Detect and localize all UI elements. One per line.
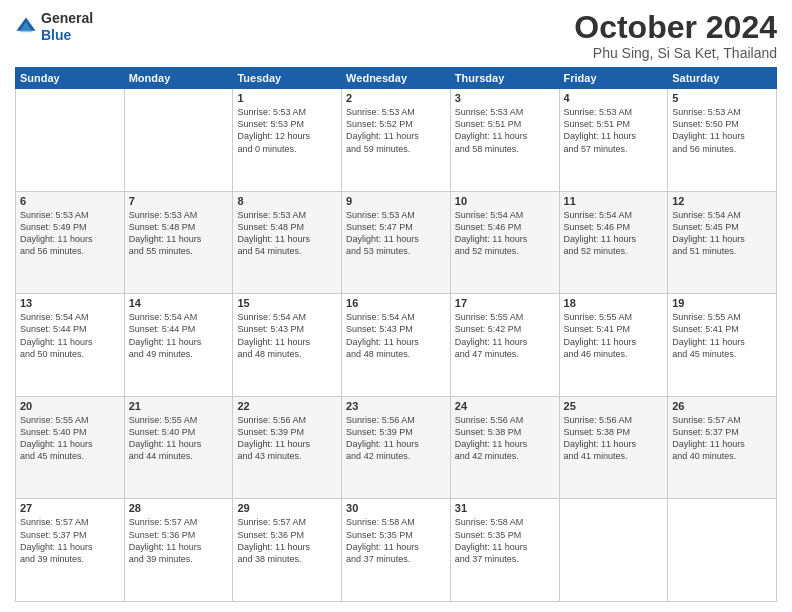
col-wednesday: Wednesday <box>342 68 451 89</box>
subtitle: Phu Sing, Si Sa Ket, Thailand <box>574 45 777 61</box>
calendar-cell: 25Sunrise: 5:56 AMSunset: 5:38 PMDayligh… <box>559 396 668 499</box>
day-number: 2 <box>346 92 446 104</box>
day-number: 12 <box>672 195 772 207</box>
cell-content: Sunrise: 5:56 AMSunset: 5:39 PMDaylight:… <box>346 414 446 463</box>
day-number: 6 <box>20 195 120 207</box>
day-number: 30 <box>346 502 446 514</box>
cell-content: Sunrise: 5:54 AMSunset: 5:44 PMDaylight:… <box>129 311 229 360</box>
day-number: 9 <box>346 195 446 207</box>
day-number: 21 <box>129 400 229 412</box>
day-number: 11 <box>564 195 664 207</box>
cell-content: Sunrise: 5:53 AMSunset: 5:51 PMDaylight:… <box>564 106 664 155</box>
calendar-cell: 9Sunrise: 5:53 AMSunset: 5:47 PMDaylight… <box>342 191 451 294</box>
day-number: 17 <box>455 297 555 309</box>
calendar-cell: 17Sunrise: 5:55 AMSunset: 5:42 PMDayligh… <box>450 294 559 397</box>
cell-content: Sunrise: 5:53 AMSunset: 5:53 PMDaylight:… <box>237 106 337 155</box>
calendar-cell <box>16 89 125 192</box>
day-number: 18 <box>564 297 664 309</box>
cell-content: Sunrise: 5:54 AMSunset: 5:43 PMDaylight:… <box>346 311 446 360</box>
col-saturday: Saturday <box>668 68 777 89</box>
day-number: 19 <box>672 297 772 309</box>
logo-text: General Blue <box>41 10 93 44</box>
cell-content: Sunrise: 5:57 AMSunset: 5:36 PMDaylight:… <box>237 516 337 565</box>
cell-content: Sunrise: 5:53 AMSunset: 5:50 PMDaylight:… <box>672 106 772 155</box>
cell-content: Sunrise: 5:57 AMSunset: 5:36 PMDaylight:… <box>129 516 229 565</box>
week-row-4: 27Sunrise: 5:57 AMSunset: 5:37 PMDayligh… <box>16 499 777 602</box>
title-block: October 2024 Phu Sing, Si Sa Ket, Thaila… <box>574 10 777 61</box>
calendar-cell: 10Sunrise: 5:54 AMSunset: 5:46 PMDayligh… <box>450 191 559 294</box>
calendar-cell <box>668 499 777 602</box>
logo-icon <box>15 16 37 38</box>
week-row-3: 20Sunrise: 5:55 AMSunset: 5:40 PMDayligh… <box>16 396 777 499</box>
cell-content: Sunrise: 5:55 AMSunset: 5:40 PMDaylight:… <box>20 414 120 463</box>
calendar-cell: 14Sunrise: 5:54 AMSunset: 5:44 PMDayligh… <box>124 294 233 397</box>
calendar-cell: 6Sunrise: 5:53 AMSunset: 5:49 PMDaylight… <box>16 191 125 294</box>
calendar-cell: 30Sunrise: 5:58 AMSunset: 5:35 PMDayligh… <box>342 499 451 602</box>
cell-content: Sunrise: 5:56 AMSunset: 5:38 PMDaylight:… <box>455 414 555 463</box>
cell-content: Sunrise: 5:54 AMSunset: 5:46 PMDaylight:… <box>455 209 555 258</box>
calendar-cell: 11Sunrise: 5:54 AMSunset: 5:46 PMDayligh… <box>559 191 668 294</box>
cell-content: Sunrise: 5:56 AMSunset: 5:38 PMDaylight:… <box>564 414 664 463</box>
cell-content: Sunrise: 5:54 AMSunset: 5:46 PMDaylight:… <box>564 209 664 258</box>
day-number: 13 <box>20 297 120 309</box>
calendar-cell: 22Sunrise: 5:56 AMSunset: 5:39 PMDayligh… <box>233 396 342 499</box>
week-row-0: 1Sunrise: 5:53 AMSunset: 5:53 PMDaylight… <box>16 89 777 192</box>
calendar-cell: 16Sunrise: 5:54 AMSunset: 5:43 PMDayligh… <box>342 294 451 397</box>
day-number: 20 <box>20 400 120 412</box>
calendar-cell <box>559 499 668 602</box>
cell-content: Sunrise: 5:55 AMSunset: 5:41 PMDaylight:… <box>564 311 664 360</box>
page: General Blue October 2024 Phu Sing, Si S… <box>0 0 792 612</box>
header: General Blue October 2024 Phu Sing, Si S… <box>15 10 777 61</box>
calendar-table: Sunday Monday Tuesday Wednesday Thursday… <box>15 67 777 602</box>
day-number: 7 <box>129 195 229 207</box>
cell-content: Sunrise: 5:53 AMSunset: 5:48 PMDaylight:… <box>129 209 229 258</box>
day-number: 10 <box>455 195 555 207</box>
cell-content: Sunrise: 5:55 AMSunset: 5:40 PMDaylight:… <box>129 414 229 463</box>
day-number: 29 <box>237 502 337 514</box>
cell-content: Sunrise: 5:54 AMSunset: 5:45 PMDaylight:… <box>672 209 772 258</box>
day-number: 5 <box>672 92 772 104</box>
month-title: October 2024 <box>574 10 777 45</box>
calendar-cell: 15Sunrise: 5:54 AMSunset: 5:43 PMDayligh… <box>233 294 342 397</box>
calendar-cell: 1Sunrise: 5:53 AMSunset: 5:53 PMDaylight… <box>233 89 342 192</box>
cell-content: Sunrise: 5:53 AMSunset: 5:48 PMDaylight:… <box>237 209 337 258</box>
calendar-cell: 23Sunrise: 5:56 AMSunset: 5:39 PMDayligh… <box>342 396 451 499</box>
cell-content: Sunrise: 5:57 AMSunset: 5:37 PMDaylight:… <box>672 414 772 463</box>
day-number: 15 <box>237 297 337 309</box>
cell-content: Sunrise: 5:55 AMSunset: 5:41 PMDaylight:… <box>672 311 772 360</box>
day-number: 27 <box>20 502 120 514</box>
cell-content: Sunrise: 5:53 AMSunset: 5:47 PMDaylight:… <box>346 209 446 258</box>
calendar-cell: 27Sunrise: 5:57 AMSunset: 5:37 PMDayligh… <box>16 499 125 602</box>
col-thursday: Thursday <box>450 68 559 89</box>
col-sunday: Sunday <box>16 68 125 89</box>
logo: General Blue <box>15 10 93 44</box>
calendar-cell: 5Sunrise: 5:53 AMSunset: 5:50 PMDaylight… <box>668 89 777 192</box>
col-monday: Monday <box>124 68 233 89</box>
day-number: 8 <box>237 195 337 207</box>
calendar-cell: 29Sunrise: 5:57 AMSunset: 5:36 PMDayligh… <box>233 499 342 602</box>
calendar-cell: 4Sunrise: 5:53 AMSunset: 5:51 PMDaylight… <box>559 89 668 192</box>
calendar-cell: 28Sunrise: 5:57 AMSunset: 5:36 PMDayligh… <box>124 499 233 602</box>
calendar-cell: 20Sunrise: 5:55 AMSunset: 5:40 PMDayligh… <box>16 396 125 499</box>
calendar-cell: 13Sunrise: 5:54 AMSunset: 5:44 PMDayligh… <box>16 294 125 397</box>
header-row: Sunday Monday Tuesday Wednesday Thursday… <box>16 68 777 89</box>
day-number: 14 <box>129 297 229 309</box>
day-number: 31 <box>455 502 555 514</box>
calendar-cell: 3Sunrise: 5:53 AMSunset: 5:51 PMDaylight… <box>450 89 559 192</box>
cell-content: Sunrise: 5:54 AMSunset: 5:44 PMDaylight:… <box>20 311 120 360</box>
calendar-cell <box>124 89 233 192</box>
calendar-cell: 31Sunrise: 5:58 AMSunset: 5:35 PMDayligh… <box>450 499 559 602</box>
cell-content: Sunrise: 5:53 AMSunset: 5:52 PMDaylight:… <box>346 106 446 155</box>
day-number: 22 <box>237 400 337 412</box>
cell-content: Sunrise: 5:58 AMSunset: 5:35 PMDaylight:… <box>455 516 555 565</box>
cell-content: Sunrise: 5:58 AMSunset: 5:35 PMDaylight:… <box>346 516 446 565</box>
calendar-cell: 26Sunrise: 5:57 AMSunset: 5:37 PMDayligh… <box>668 396 777 499</box>
day-number: 4 <box>564 92 664 104</box>
day-number: 25 <box>564 400 664 412</box>
cell-content: Sunrise: 5:53 AMSunset: 5:49 PMDaylight:… <box>20 209 120 258</box>
calendar-cell: 19Sunrise: 5:55 AMSunset: 5:41 PMDayligh… <box>668 294 777 397</box>
day-number: 1 <box>237 92 337 104</box>
cell-content: Sunrise: 5:56 AMSunset: 5:39 PMDaylight:… <box>237 414 337 463</box>
calendar-cell: 12Sunrise: 5:54 AMSunset: 5:45 PMDayligh… <box>668 191 777 294</box>
week-row-1: 6Sunrise: 5:53 AMSunset: 5:49 PMDaylight… <box>16 191 777 294</box>
